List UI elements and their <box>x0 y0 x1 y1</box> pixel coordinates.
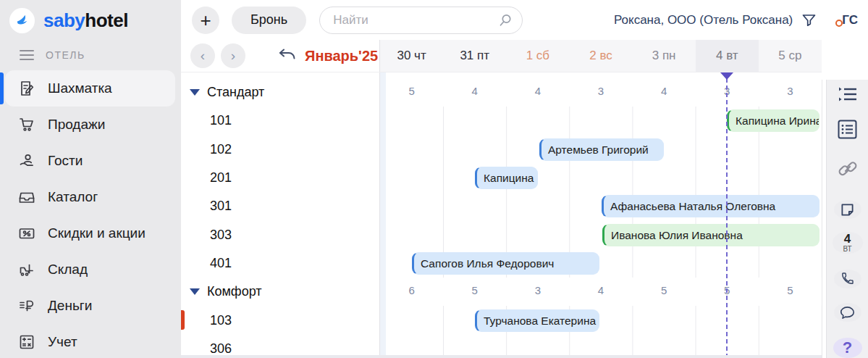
scroll-gutter[interactable] <box>822 80 827 358</box>
search-icon[interactable] <box>498 13 513 28</box>
sidebar-item-uchet[interactable]: Учет <box>0 324 181 358</box>
day-header: 5 ср <box>759 40 822 72</box>
availability-count: 5 <box>380 78 443 107</box>
booking-button[interactable]: Бронь <box>232 7 306 34</box>
catalog-icon <box>17 188 36 207</box>
grid-row-201 <box>380 164 822 192</box>
brand-saby: saby <box>43 9 85 31</box>
booking-bar[interactable]: Турчанова Екатерина <box>475 309 599 332</box>
room-102[interactable]: 102 <box>181 136 379 164</box>
sidebar-item-label: Деньги <box>48 298 92 314</box>
availability-count: 5 <box>443 278 506 306</box>
room-group-komfort[interactable]: Комфорт <box>181 278 379 306</box>
sidebar-item-gosti[interactable]: Гости <box>0 143 181 179</box>
search-input[interactable] <box>333 13 498 28</box>
room-201[interactable]: 201 <box>181 164 379 192</box>
availability-count: 3 <box>506 278 569 306</box>
active-indicator <box>0 72 4 104</box>
room-301[interactable]: 301 <box>181 192 379 220</box>
calendar-day: 4 <box>844 233 851 245</box>
day-header: 2 вс <box>569 40 632 72</box>
chessboard-body: Стандарт 101 102 201 301 303 401 Комфорт… <box>181 72 822 358</box>
availability-count: 3 <box>569 78 632 107</box>
month-label: Январь'25 <box>305 48 378 64</box>
booking-bar[interactable]: Иванова Юлия Ивановна <box>602 224 819 246</box>
filter-icon[interactable] <box>801 13 817 28</box>
guests-icon <box>17 151 36 170</box>
sidebar-item-sklad[interactable]: Склад <box>0 251 181 288</box>
day-header: 31 пт <box>443 40 506 72</box>
warehouse-icon <box>17 260 36 279</box>
room-103[interactable]: 103 <box>181 306 379 334</box>
section-row: ОТЕЛЬ <box>0 42 181 68</box>
account-name[interactable]: Роксана, ООО (Отель Роксана) <box>614 13 793 28</box>
accounting-icon <box>17 333 36 351</box>
next-button[interactable]: › <box>221 43 245 68</box>
room-306[interactable]: 306 <box>181 335 379 358</box>
saby-bird-icon <box>14 12 30 28</box>
search-box <box>319 7 523 34</box>
booking-bar[interactable]: Артемьев Григорий <box>539 138 664 161</box>
sidebar-item-label: Каталог <box>48 189 98 205</box>
sidebar-item-label: Гости <box>48 153 83 169</box>
add-button[interactable]: + <box>192 7 219 34</box>
day-header-current: 4 вт <box>696 40 759 72</box>
sidebar-item-prodazhi[interactable]: Продажи <box>0 107 181 143</box>
availability-count: 4 <box>443 78 506 107</box>
help-icon[interactable]: ? <box>833 338 862 358</box>
calendar-nav: ‹ › Январь'25 <box>181 40 380 72</box>
sidebar-item-label: Склад <box>48 262 88 278</box>
current-date-line <box>726 78 728 358</box>
availability-count: 4 <box>506 78 569 107</box>
sidebar-item-skidki[interactable]: Скидки и акции <box>0 215 181 251</box>
link-icon[interactable] <box>837 158 859 180</box>
current-date-marker-icon <box>720 72 733 80</box>
outline-list-icon[interactable] <box>838 86 857 102</box>
sidebar: sabyhotel ОТЕЛЬ Шахматка Продажи <box>0 0 181 358</box>
toolbar-right: Роксана, ООО (Отель Роксана) ГС <box>614 13 868 28</box>
section-label: ОТЕЛЬ <box>46 49 85 61</box>
sidebar-item-shahmatka[interactable]: Шахматка <box>5 70 175 107</box>
menu-burger-icon[interactable] <box>20 50 34 60</box>
calendar-date-icon[interactable]: 4 ВТ <box>833 232 863 253</box>
calendar-header: ‹ › Январь'25 30 чт 31 пт 1 сб 2 вс 3 пн <box>181 40 822 72</box>
availability-count: 5 <box>759 278 822 306</box>
booking-bar[interactable]: Капицина Ирина <box>727 109 819 132</box>
help-label: ? <box>843 338 852 357</box>
logo[interactable]: sabyhotel <box>0 0 181 41</box>
register-icon <box>17 79 36 98</box>
note-icon[interactable] <box>834 200 861 219</box>
collapse-triangle-icon <box>190 288 200 295</box>
availability-count: 4 <box>633 78 696 107</box>
sidebar-menu: Шахматка Продажи Гости Каталог <box>0 70 181 358</box>
booking-bar[interactable]: Сапогов Илья Федорович <box>412 252 599 275</box>
room-group-standart[interactable]: Стандарт <box>181 78 379 107</box>
day-header: 30 чт <box>380 40 443 72</box>
availability-count: 3 <box>759 78 822 107</box>
right-panel: 4 ВТ ? <box>827 80 868 358</box>
room-303[interactable]: 303 <box>181 220 379 249</box>
availability-count: 6 <box>380 278 443 306</box>
grid-row-103 <box>380 306 822 334</box>
room-401[interactable]: 401 <box>181 249 379 278</box>
boxed-list-icon[interactable] <box>838 120 857 139</box>
chat-icon[interactable] <box>834 303 861 322</box>
sidebar-item-katalog[interactable]: Каталог <box>0 179 181 215</box>
collapse-triangle-icon <box>190 89 200 96</box>
chessboard-content: ‹ › Январь'25 30 чт 31 пт 1 сб 2 вс 3 пн <box>181 40 822 358</box>
prev-button[interactable]: ‹ <box>190 43 215 68</box>
grid-left-tint <box>380 72 386 358</box>
phone-icon[interactable] <box>834 270 861 288</box>
cart-icon <box>17 115 36 134</box>
money-icon <box>17 296 36 315</box>
sidebar-item-label: Продажи <box>48 117 105 133</box>
rooms-column: Стандарт 101 102 201 301 303 401 Комфорт… <box>181 72 380 358</box>
booking-bar[interactable]: Афанасьева Наталья Олеговна <box>602 195 819 217</box>
sidebar-item-dengi[interactable]: Деньги <box>0 288 181 324</box>
logo-text: sabyhotel <box>43 9 128 32</box>
avatar[interactable]: ГС <box>835 13 858 28</box>
booking-bar[interactable]: Капицина <box>475 167 538 189</box>
room-101[interactable]: 101 <box>181 107 379 135</box>
undo-icon[interactable] <box>277 48 298 64</box>
group-name: Комфорт <box>207 284 262 299</box>
